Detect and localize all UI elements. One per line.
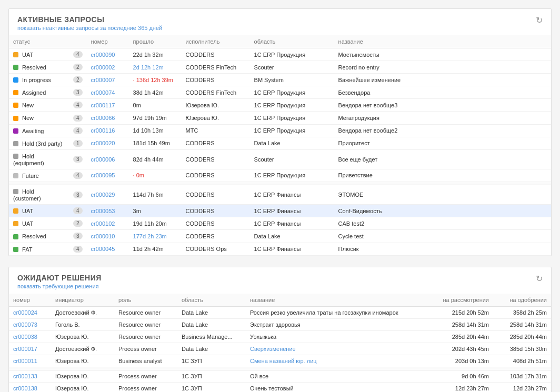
badge: 2 [73,76,83,83]
table-row[interactable]: New 4 cr000066 97d 19h 19m Юзерова Ю. 1C… [9,112,551,124]
table-row[interactable]: Awaiting 4 cr000116 1d 10h 13m МТС 1C ER… [9,124,551,137]
cr-number-link2[interactable]: cr000017 [13,346,37,352]
cr-number-link[interactable]: cr000002 [91,64,115,71]
cr-number-link[interactable]: cr000007 [91,77,115,83]
number-cell[interactable]: cr000074 [87,86,129,99]
number-cell[interactable]: cr000116 [87,124,129,137]
cr-number-link[interactable]: cr000010 [91,233,115,239]
role-cell: Process owner [114,370,177,382]
number-cell2[interactable]: cr000024 [9,306,51,318]
area-cell2: Data Lake [177,318,246,330]
cr-number-link[interactable]: cr000053 [91,208,115,214]
time-value: 3m [133,208,141,214]
table-row[interactable]: Hold (customer) 3 cr000029 114d 7h 6m CO… [9,185,551,205]
table-row[interactable]: Assigned 3 cr000074 38d 1h 42m CODDERS F… [9,86,551,99]
active-refresh-icon[interactable]: ↻ [536,15,543,25]
awaiting-header-left: ОЖИДАЮТ РЕШЕНИЯ показать требующие решен… [17,274,102,289]
table-row[interactable]: cr000017 Достоевский Ф. Process owner Da… [9,343,551,355]
table-row[interactable]: UAT 2 cr000102 19d 11h 20m CODDERS 1C ER… [9,217,551,230]
table-row[interactable]: cr000024 Достоевский Ф. Resource owner D… [9,306,551,318]
initiator-cell: Юзерова Ю. [51,355,114,367]
table-row[interactable]: cr000011 Юзерова Ю. Business analyst 1C … [9,355,551,367]
cr-number-link2[interactable]: cr000038 [13,334,37,340]
status-dot [13,189,18,194]
table-row[interactable]: UAT 4 cr000053 3m CODDERS 1C ERP Финансы… [9,205,551,217]
cr-number-link2[interactable]: cr000073 [13,321,37,328]
th-name: название [334,35,551,48]
number-cell[interactable]: cr000020 [87,137,129,149]
status-label: UAT [22,220,33,227]
number-cell2[interactable]: cr000011 [9,355,51,367]
cr-number-link[interactable]: cr000066 [91,115,115,121]
table-row[interactable]: Resolved 3 cr000010 177d 2h 23m CODDERS … [9,230,551,243]
number-cell[interactable]: cr000090 [87,48,129,61]
table-row[interactable]: New 4 cr000117 0m Юзерова Ю. 1C ERP Прод… [9,99,551,112]
name-cell: Важнейшее изменение [334,74,551,86]
cr-number-link[interactable]: cr000116 [91,127,115,134]
cr-number-link2[interactable]: cr000133 [13,373,37,379]
approve-cell: 408d 2h 51m [493,355,551,367]
number-cell[interactable]: cr000095 [87,169,129,182]
area-cell: BM System [250,74,334,86]
table-row[interactable]: Future 4 cr000095 · 0m CODDERS 1C ERP Пр… [9,169,551,182]
cr-number-link[interactable]: cr000020 [91,140,115,146]
area-cell: 1C ERP Продукция [250,169,334,182]
cr-number-link[interactable]: cr000029 [91,192,115,198]
number-cell[interactable]: cr000029 [87,185,129,205]
table-row[interactable]: cr000138 Юзерова Ю. Process owner 1C ЗУП… [9,382,551,392]
number-cell2[interactable]: cr000038 [9,330,51,343]
table-row[interactable]: FAT 4 cr000045 11d 2h 42m CODDERS Ops 1C… [9,243,551,255]
number-cell2[interactable]: cr000138 [9,382,51,392]
active-subtitle[interactable]: показать неактивные запросы за последние… [17,25,162,31]
number-cell[interactable]: cr000117 [87,99,129,112]
active-tbody: UAT 4 cr000090 22d 1h 32m CODDERS 1C ERP… [9,48,551,256]
number-cell[interactable]: cr000006 [87,149,129,169]
flag-cell: 1 [67,137,87,149]
cr-number-link2[interactable]: cr000138 [13,385,37,391]
name-cell: Плюсик [334,243,551,255]
cr-number-link2[interactable]: cr000024 [13,309,37,316]
name-cell: Record no entry [334,61,551,74]
area-cell: 1C ERP Финансы [250,205,334,217]
number-cell[interactable]: cr000010 [87,230,129,243]
table-row[interactable]: cr000133 Юзерова Ю. Process owner 1C ЗУП… [9,370,551,382]
table-row[interactable]: cr000073 Гоголь В. Resource owner Data L… [9,318,551,330]
table-row[interactable]: In progress 2 cr000007 · 136d 12h 39m CO… [9,74,551,86]
cr-number-link[interactable]: cr000102 [91,220,115,227]
table-row[interactable]: Resolved 2 cr000002 2d 12h 12m CODDERS F… [9,61,551,74]
review-cell: 12d 23h 27m [435,382,493,392]
review-cell: 203d 0h 13m [435,355,493,367]
executor-cell: CODDERS [182,205,250,217]
number-cell2[interactable]: cr000073 [9,318,51,330]
name-cell2: Россия резко увеличила траты на госзакуп… [246,306,435,318]
cr-number-link[interactable]: cr000006 [91,156,115,163]
status-label: Future [22,173,39,179]
status-label: FAT [22,246,32,253]
cr-number-link[interactable]: cr000095 [91,172,115,178]
cr-number-link[interactable]: cr000117 [91,102,115,108]
number-cell[interactable]: cr000007 [87,74,129,86]
active-table: статус номер прошло исполнитель область … [9,35,551,256]
number-cell[interactable]: cr000102 [87,217,129,230]
awaiting-subtitle[interactable]: показать требующие решения [17,283,102,289]
number-cell2[interactable]: cr000017 [9,343,51,355]
cr-number-link2[interactable]: cr000011 [13,358,37,364]
cr-number-link[interactable]: cr000045 [91,246,115,252]
number-cell[interactable]: cr000002 [87,61,129,74]
role-cell: Resource owner [114,318,177,330]
awaiting-header: ОЖИДАЮТ РЕШЕНИЯ показать требующие решен… [9,267,551,294]
cr-number-link[interactable]: cr000074 [91,89,115,96]
table-row[interactable]: cr000038 Юзерова Ю. Resource owner Busin… [9,330,551,343]
number-cell[interactable]: cr000045 [87,243,129,255]
cr-number-link[interactable]: cr000090 [91,52,115,58]
awaiting-refresh-icon[interactable]: ↻ [536,274,543,284]
table-row[interactable]: Hold (equipment) 3 cr000006 82d 4h 44m C… [9,149,551,169]
number-cell[interactable]: cr000053 [87,205,129,217]
number-cell2[interactable]: cr000133 [9,370,51,382]
area-cell: 1C ERP Финансы [250,185,334,205]
table-row[interactable]: Hold (3rd party) 1 cr000020 181d 15h 49m… [9,137,551,149]
status-cell: Resolved [9,230,67,243]
th-init: инициатор [51,294,114,307]
table-row[interactable]: UAT 4 cr000090 22d 1h 32m CODDERS 1C ERP… [9,48,551,61]
number-cell[interactable]: cr000066 [87,112,129,124]
